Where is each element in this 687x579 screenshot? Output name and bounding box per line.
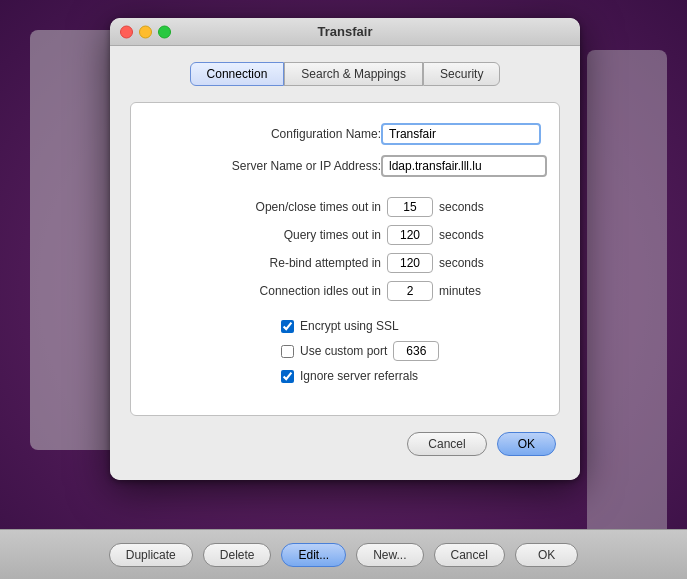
config-name-row: Configuration Name:: [161, 123, 529, 145]
referrals-checkbox[interactable]: [281, 370, 294, 383]
custom-port-row: Use custom port: [281, 341, 529, 361]
server-name-input[interactable]: [381, 155, 547, 177]
ssl-label: Encrypt using SSL: [300, 319, 399, 333]
idle-input[interactable]: [387, 281, 433, 301]
window-title: Transfair: [318, 24, 373, 39]
query-label: Query times out in: [161, 228, 381, 242]
config-name-label: Configuration Name:: [161, 127, 381, 141]
bottom-ok-button[interactable]: OK: [515, 543, 578, 567]
maximize-button[interactable]: [158, 25, 171, 38]
query-unit: seconds: [439, 228, 484, 242]
ssl-checkbox[interactable]: [281, 320, 294, 333]
open-close-timeout-row: Open/close times out in seconds: [161, 197, 529, 217]
idle-label: Connection idles out in: [161, 284, 381, 298]
traffic-lights: [120, 25, 171, 38]
rebind-row: Re-bind attempted in seconds: [161, 253, 529, 273]
tab-bar: Connection Search & Mappings Security: [130, 62, 560, 86]
ssl-row: Encrypt using SSL: [281, 319, 529, 333]
new-button[interactable]: New...: [356, 543, 423, 567]
cancel-button[interactable]: Cancel: [407, 432, 486, 456]
main-dialog: Transfair Connection Search & Mappings S…: [110, 18, 580, 480]
rebind-unit: seconds: [439, 256, 484, 270]
referrals-row: Ignore server referrals: [281, 369, 529, 383]
rebind-label: Re-bind attempted in: [161, 256, 381, 270]
tab-security[interactable]: Security: [423, 62, 500, 86]
rebind-input[interactable]: [387, 253, 433, 273]
server-name-label: Server Name or IP Address:: [161, 159, 381, 173]
background-window-right: [587, 50, 667, 550]
query-input[interactable]: [387, 225, 433, 245]
custom-port-label: Use custom port: [300, 344, 387, 358]
minimize-button[interactable]: [139, 25, 152, 38]
custom-port-checkbox[interactable]: [281, 345, 294, 358]
open-close-unit: seconds: [439, 200, 484, 214]
delete-button[interactable]: Delete: [203, 543, 272, 567]
bottom-cancel-button[interactable]: Cancel: [434, 543, 505, 567]
duplicate-button[interactable]: Duplicate: [109, 543, 193, 567]
open-close-input[interactable]: [387, 197, 433, 217]
tab-connection[interactable]: Connection: [190, 62, 285, 86]
idle-unit: minutes: [439, 284, 481, 298]
referrals-label: Ignore server referrals: [300, 369, 418, 383]
title-bar: Transfair: [110, 18, 580, 46]
dialog-buttons: Cancel OK: [130, 432, 560, 460]
dialog-content: Connection Search & Mappings Security Co…: [110, 46, 580, 480]
form-area: Configuration Name: Server Name or IP Ad…: [130, 102, 560, 416]
close-button[interactable]: [120, 25, 133, 38]
config-name-input[interactable]: [381, 123, 541, 145]
query-timeout-row: Query times out in seconds: [161, 225, 529, 245]
edit-button[interactable]: Edit...: [281, 543, 346, 567]
custom-port-input[interactable]: [393, 341, 439, 361]
tab-search-mappings[interactable]: Search & Mappings: [284, 62, 423, 86]
server-name-row: Server Name or IP Address:: [161, 155, 529, 177]
idle-row: Connection idles out in minutes: [161, 281, 529, 301]
ok-button[interactable]: OK: [497, 432, 556, 456]
open-close-label: Open/close times out in: [161, 200, 381, 214]
bottom-bar: Duplicate Delete Edit... New... Cancel O…: [0, 529, 687, 579]
